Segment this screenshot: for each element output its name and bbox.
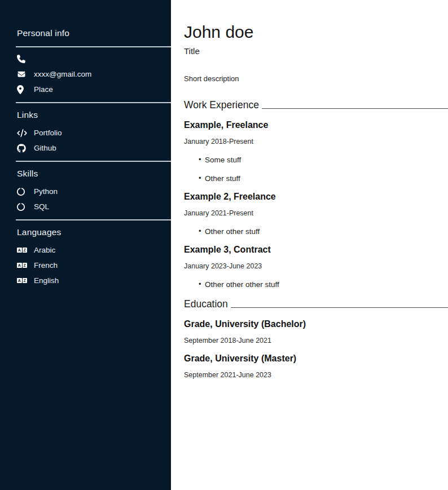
entry-date: September 2018-June 2021 xyxy=(184,337,448,345)
entry-title: Example, Freelance xyxy=(184,120,448,130)
section-heading: Education xyxy=(184,298,448,310)
contact-place-row: Place xyxy=(17,85,171,94)
skill-row: SQL xyxy=(17,202,171,211)
sidebar-section-title-skills: Skills xyxy=(17,169,171,179)
sidebar: Personal info xxxx@gmail.com Place Links… xyxy=(0,0,171,490)
sidebar-section-title-languages: Languages xyxy=(17,227,171,237)
language-row: A Z Arabic xyxy=(17,245,171,255)
entry-title: Example 2, Freelance xyxy=(184,192,448,202)
language-icon-letter: Z xyxy=(23,263,28,268)
heading-rule xyxy=(231,307,448,308)
section-heading-label: Education xyxy=(184,298,228,310)
entry-bullets: •Other other other stuff xyxy=(184,280,448,289)
language-icon: A Z xyxy=(17,245,27,255)
resume-main: John doe Title Short description Work Ex… xyxy=(171,0,448,379)
work-entry: Example 2, Freelance January 2021-Presen… xyxy=(184,192,448,236)
divider xyxy=(16,219,171,220)
section-work-experience: Work Experience Example, Freelance Janua… xyxy=(184,99,448,289)
email-value[interactable]: xxxx@gmail.com xyxy=(34,70,91,78)
short-description: Short description xyxy=(184,74,448,83)
language-label: English xyxy=(34,276,59,285)
bullet-text: Other other other stuff xyxy=(205,280,279,289)
section-education: Education Grade, University (Bachelor) S… xyxy=(184,298,448,379)
name-heading: John doe xyxy=(184,23,448,41)
entry-date: January 2021-Present xyxy=(184,209,448,217)
entry-title: Grade, University (Master) xyxy=(184,354,448,364)
language-icon-letter: A xyxy=(17,248,22,253)
divider xyxy=(16,161,171,162)
sidebar-section-title-personal-info: Personal info xyxy=(17,28,171,38)
entry-date: January 2023-June 2023 xyxy=(184,262,448,270)
job-title: Title xyxy=(184,46,448,56)
entry-bullets: •Some stuff •Other stuff xyxy=(184,156,448,183)
language-icon: A Z xyxy=(17,276,27,285)
skill-label: Python xyxy=(34,187,58,196)
bullet-item: •Other other stuff xyxy=(184,227,448,236)
bullet-dot: • xyxy=(199,280,201,288)
place-value: Place xyxy=(34,85,53,94)
section-heading-label: Work Experience xyxy=(184,99,259,111)
github-link-label[interactable]: Github xyxy=(34,144,56,152)
location-pin-icon xyxy=(17,85,27,94)
bullet-text: Other stuff xyxy=(205,174,240,183)
bullet-dot: • xyxy=(199,227,201,235)
code-icon xyxy=(17,128,27,138)
entry-bullets: •Other other stuff xyxy=(184,227,448,236)
skill-label: SQL xyxy=(34,202,49,211)
divider xyxy=(16,102,171,103)
bullet-item: •Other stuff xyxy=(184,174,448,183)
contact-phone-row xyxy=(17,54,171,64)
bullet-dot: • xyxy=(199,155,201,164)
circle-notch-icon xyxy=(17,202,27,211)
language-icon-letter: A xyxy=(17,278,22,283)
section-heading: Work Experience xyxy=(184,99,448,111)
bullet-text: Other other stuff xyxy=(205,227,260,236)
link-github-row[interactable]: Github xyxy=(17,143,171,153)
bullet-item: •Other other other stuff xyxy=(184,280,448,289)
language-label: French xyxy=(34,261,58,270)
entry-date: January 2018-Present xyxy=(184,138,448,145)
divider xyxy=(16,46,171,47)
language-icon-letter: Z xyxy=(23,278,28,283)
work-entry: Example, Freelance January 2018-Present … xyxy=(184,120,448,183)
skill-row: Python xyxy=(17,187,171,196)
bullet-text: Some stuff xyxy=(205,156,241,164)
education-entry: Grade, University (Master) September 202… xyxy=(184,354,448,379)
language-row: A Z French xyxy=(17,261,171,270)
contact-email-row[interactable]: xxxx@gmail.com xyxy=(17,69,171,79)
work-entry: Example 3, Contract January 2023-June 20… xyxy=(184,245,448,289)
circle-notch-icon xyxy=(17,187,27,196)
heading-rule xyxy=(262,108,448,109)
language-icon: A Z xyxy=(17,261,27,270)
github-icon xyxy=(17,143,27,153)
language-row: A Z English xyxy=(17,276,171,285)
bullet-dot: • xyxy=(199,174,201,182)
bullet-item: •Some stuff xyxy=(184,156,448,164)
education-entry: Grade, University (Bachelor) September 2… xyxy=(184,319,448,345)
phone-icon xyxy=(17,54,27,64)
portfolio-link-label[interactable]: Portfolio xyxy=(34,129,62,137)
link-portfolio-row[interactable]: Portfolio xyxy=(17,128,171,138)
envelope-icon xyxy=(17,69,27,79)
entry-title: Grade, University (Bachelor) xyxy=(184,319,448,329)
entry-title: Example 3, Contract xyxy=(184,245,448,255)
entry-date: September 2021-June 2023 xyxy=(184,371,448,379)
language-icon-letter: A xyxy=(17,263,22,268)
sidebar-section-title-links: Links xyxy=(17,110,171,120)
language-icon-letter: Z xyxy=(23,248,28,253)
language-label: Arabic xyxy=(34,246,55,254)
